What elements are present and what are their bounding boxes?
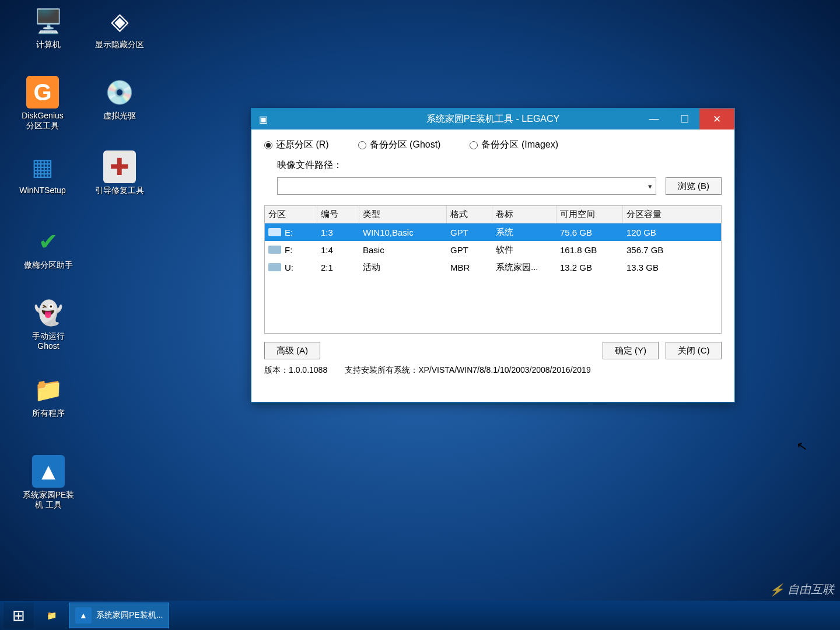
app-icon: ▣ [256, 112, 270, 126]
desktop-icon-label: 系统家园PE装 机 工具 [16, 490, 80, 510]
folder-icon: 📁 [32, 373, 65, 406]
radio-dot-icon [358, 141, 366, 149]
check-icon: ✔ [32, 225, 65, 258]
advanced-button[interactable]: 高级 (A) [264, 342, 320, 359]
radio-restore[interactable]: 还原分区 (R) [264, 139, 329, 151]
desktop-icon-show-hidden[interactable]: ◈ 显示隐藏分区 [88, 5, 152, 50]
support-label: 支持安装所有系统：XP/VISTA/WIN7/8/8.1/10/2003/200… [345, 365, 591, 376]
radio-label: 还原分区 (R) [276, 139, 329, 151]
radio-backup-imagex[interactable]: 备份分区 (Imagex) [470, 139, 558, 151]
desktop-icon-label: 显示隐藏分区 [88, 40, 152, 50]
desktop-icon-label: 计算机 [16, 40, 80, 50]
chevron-down-icon: ▾ [648, 182, 652, 191]
col-format[interactable]: 格式 [447, 206, 492, 223]
disk-icon [268, 246, 281, 254]
desktop-icon-label: DiskGenius 分区工具 [10, 111, 75, 131]
image-path-combo[interactable]: ▾ [277, 177, 656, 195]
maximize-button[interactable]: ☐ [669, 108, 699, 130]
desktop-icon-pe-tool[interactable]: ▲ 系统家园PE装 机 工具 [16, 455, 80, 510]
watermark: ⚡ 自由互联 [769, 582, 834, 597]
desktop-icon-label: WinNTSetup [10, 186, 75, 195]
desktop-icon-all-programs[interactable]: 📁 所有程序 [16, 373, 80, 418]
desktop-icon-label: 所有程序 [16, 408, 80, 418]
taskbar-item-label: 系统家园PE装机... [96, 610, 163, 621]
desktop-icon-computer[interactable]: 🖥️ 计算机 [16, 5, 80, 50]
radio-backup-ghost[interactable]: 备份分区 (Ghost) [358, 139, 441, 151]
computer-icon: 🖥️ [32, 5, 65, 37]
desktop-icon-label: 虚拟光驱 [88, 111, 152, 121]
radio-label: 备份分区 (Imagex) [481, 139, 558, 151]
table-row[interactable]: F:1:4BasicGPT软件161.8 GB356.7 GB [265, 241, 721, 258]
col-partition[interactable]: 分区 [265, 206, 317, 223]
image-path-label: 映像文件路径： [277, 159, 342, 172]
taskbar: ⊞ 📁 ▲ 系统家园PE装机... [0, 601, 840, 630]
partition-grid: 分区 编号 类型 格式 卷标 可用空间 分区容量 E:1:3WIN10,Basi… [264, 205, 722, 334]
disk-icon [268, 228, 281, 236]
folder-icon: 📁 [43, 607, 60, 624]
desktop-icon-label: 引导修复工具 [88, 186, 152, 195]
disk-icon [268, 263, 281, 271]
col-free[interactable]: 可用空间 [556, 206, 623, 223]
firstaid-icon: ✚ [103, 150, 136, 183]
start-button[interactable]: ⊞ [4, 603, 34, 628]
close-button[interactable]: 关闭 (C) [666, 342, 722, 359]
taskbar-item-explorer[interactable]: 📁 [37, 603, 65, 628]
titlebar[interactable]: ▣ 系统家园PE装机工具 - LEGACY — ☐ ✕ [251, 108, 734, 130]
ok-button[interactable]: 确定 (Y) [603, 342, 659, 359]
diskgenius-icon: G [26, 76, 59, 108]
taskbar-item-pe-tool[interactable]: ▲ 系统家园PE装机... [69, 603, 169, 628]
col-type[interactable]: 类型 [359, 206, 447, 223]
bolt-icon: ⚡ [769, 583, 784, 597]
desktop-icon-label: 傲梅分区助手 [16, 260, 80, 270]
desktop-icon-ghost[interactable]: 👻 手动运行 Ghost [16, 296, 80, 351]
desktop-icon-virtual-drive[interactable]: 💿 虚拟光驱 [88, 76, 152, 121]
cursor-icon: ↖ [796, 439, 808, 456]
windows-icon: ⊞ [12, 607, 25, 625]
col-label[interactable]: 卷标 [492, 206, 556, 223]
desktop-icon-label: 手动运行 Ghost [16, 331, 80, 351]
radio-dot-icon [470, 141, 478, 149]
desktop-icon-aomei[interactable]: ✔ 傲梅分区助手 [16, 225, 80, 270]
version-label: 版本：1.0.0.1088 [264, 365, 327, 376]
radio-label: 备份分区 (Ghost) [370, 139, 441, 151]
table-row[interactable]: E:1:3WIN10,BasicGPT系统75.6 GB120 GB [265, 223, 721, 241]
radio-dot-icon [264, 141, 272, 149]
table-row[interactable]: U:2:1活动MBR系统家园...13.2 GB13.3 GB [265, 258, 721, 276]
grid-header: 分区 编号 类型 格式 卷标 可用空间 分区容量 [265, 206, 721, 223]
diamond-icon: ◈ [103, 5, 136, 37]
house-icon: ▲ [75, 607, 92, 624]
desktop-icon-diskgenius[interactable]: G DiskGenius 分区工具 [10, 76, 75, 131]
disc-icon: 💿 [103, 76, 136, 108]
minimize-button[interactable]: — [639, 108, 669, 130]
desktop-icon-boot-repair[interactable]: ✚ 引导修复工具 [88, 150, 152, 195]
desktop-icon-winntsetup[interactable]: ▦ WinNTSetup [10, 150, 75, 195]
winntsetup-icon: ▦ [26, 150, 59, 183]
browse-button[interactable]: 浏览 (B) [666, 177, 722, 195]
ghost-icon: 👻 [32, 296, 65, 329]
col-total[interactable]: 分区容量 [623, 206, 721, 223]
col-number[interactable]: 编号 [317, 206, 359, 223]
close-window-button[interactable]: ✕ [699, 108, 734, 130]
house-icon: ▲ [32, 455, 65, 488]
pe-installer-window: ▣ 系统家园PE装机工具 - LEGACY — ☐ ✕ 还原分区 (R) 备份分… [251, 108, 735, 402]
